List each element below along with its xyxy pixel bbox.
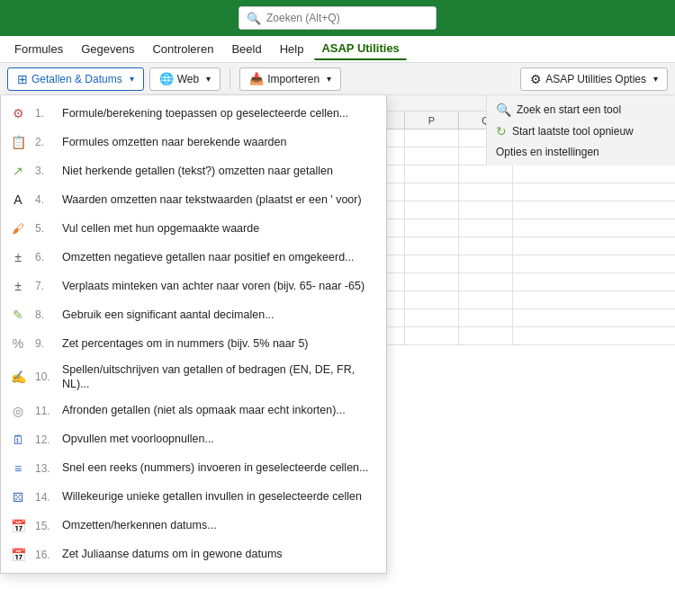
dropdown-item-icon-5: 🖌 xyxy=(8,219,28,238)
importeren-label: Importeren xyxy=(267,73,320,85)
menu-item-asap[interactable]: ASAP Utilities xyxy=(314,38,406,60)
dropdown-item-icon-8: ✎ xyxy=(8,305,28,325)
dropdown-item-14[interactable]: ⚄14.Willekeurige unieke getallen invulle… xyxy=(1,483,386,512)
cell[interactable] xyxy=(459,291,513,308)
dropdown-item-text-11: Afronden getallen (niet als opmaak maar … xyxy=(62,403,377,417)
right-panel: 🔍 Zoek en start een tool ↻ Start laatste… xyxy=(486,95,675,165)
dropdown-item-num-8: 8. xyxy=(35,308,55,321)
col-header-p: P xyxy=(405,112,459,129)
dropdown-item-num-12: 12. xyxy=(35,433,55,446)
top-bar: 🔍 xyxy=(0,0,675,36)
dropdown-item-text-14: Willekeurige unieke getallen invullen in… xyxy=(62,489,377,504)
dropdown-item-icon-9: % xyxy=(8,334,28,353)
dropdown-item-16[interactable]: 📅16.Zet Juliaanse datums om in gewone da… xyxy=(1,540,386,569)
dropdown-item-6[interactable]: ±6.Omzetten negatieve getallen naar posi… xyxy=(1,243,386,272)
dropdown-item-num-6: 6. xyxy=(35,251,55,263)
dropdown-item-10[interactable]: ✍10.Spellen/uitschrijven van getallen of… xyxy=(1,358,386,397)
cell[interactable] xyxy=(459,183,513,201)
search-box[interactable]: 🔍 xyxy=(238,6,436,30)
search-tool-icon: 🔍 xyxy=(496,103,511,117)
table-icon: ⊞ xyxy=(17,72,28,86)
cell[interactable] xyxy=(405,273,459,290)
dropdown-item-text-16: Zet Juliaanse datums om in gewone datums xyxy=(62,547,377,561)
cell[interactable] xyxy=(405,165,459,183)
cell[interactable] xyxy=(405,327,459,344)
menu-bar: Formules Gegevens Controleren Beeld Help… xyxy=(0,36,675,63)
start-tool-label: Start laatste tool opnieuw xyxy=(512,125,634,138)
cell[interactable] xyxy=(405,147,459,165)
dropdown-item-num-7: 7. xyxy=(35,280,55,292)
cell[interactable] xyxy=(405,219,459,237)
opties-button[interactable]: Opties en instellingen xyxy=(487,142,675,162)
dropdown-item-icon-14: ⚄ xyxy=(8,487,28,507)
cell[interactable] xyxy=(459,273,513,290)
getallen-datums-button[interactable]: ⊞ Getallen & Datums xyxy=(7,67,144,91)
dropdown-item-8[interactable]: ✎8.Gebruik een significant aantal decima… xyxy=(1,300,386,329)
menu-item-formules[interactable]: Formules xyxy=(7,39,70,59)
dropdown-item-icon-15: 📅 xyxy=(8,516,28,536)
dropdown-menu: ⚙1.Formule/berekening toepassen op gesel… xyxy=(0,95,387,574)
dropdown-item-12[interactable]: 🗓12.Opvullen met voorloopnullen... xyxy=(1,425,386,454)
menu-item-gegevens[interactable]: Gegevens xyxy=(74,39,141,59)
cell[interactable] xyxy=(405,255,459,272)
getallen-datums-label: Getallen & Datums xyxy=(32,73,122,85)
dropdown-item-5[interactable]: 🖌5.Vul cellen met hun opgemaakte waarde xyxy=(1,214,386,243)
opties-label: Opties en instellingen xyxy=(496,146,599,158)
menu-item-controleren[interactable]: Controleren xyxy=(145,39,220,59)
dropdown-item-icon-1: ⚙ xyxy=(8,103,28,123)
cell[interactable] xyxy=(459,219,513,237)
cell[interactable] xyxy=(405,309,459,326)
zoek-tool-label: Zoek en start een tool xyxy=(517,103,621,116)
search-input[interactable] xyxy=(266,12,428,24)
dropdown-item-num-13: 13. xyxy=(35,462,55,475)
start-tool-button[interactable]: ↻ Start laatste tool opnieuw xyxy=(487,121,675,142)
dropdown-item-num-9: 9. xyxy=(35,337,55,350)
dropdown-item-num-2: 2. xyxy=(35,136,55,148)
dropdown-item-15[interactable]: 📅15.Omzetten/herkennen datums... xyxy=(1,512,386,540)
cell[interactable] xyxy=(459,309,513,326)
toolbar-row: ⊞ Getallen & Datums 🌐 Web 📥 Importeren ⚙… xyxy=(0,63,675,95)
dropdown-item-icon-2: 📋 xyxy=(8,132,28,152)
asap-opties-button[interactable]: ⚙ ASAP Utilities Opties xyxy=(520,67,668,91)
web-button[interactable]: 🌐 Web xyxy=(149,67,220,91)
menu-item-help[interactable]: Help xyxy=(273,39,311,59)
dropdown-item-icon-12: 🗓 xyxy=(8,430,28,450)
dropdown-item-2[interactable]: 📋2.Formules omzetten naar berekende waar… xyxy=(1,128,386,156)
dropdown-item-num-3: 3. xyxy=(35,165,55,177)
dropdown-item-num-1: 1. xyxy=(35,107,55,120)
web-label: Web xyxy=(177,73,199,85)
dropdown-item-text-10: Spellen/uitschrijven van getallen of bed… xyxy=(62,362,377,392)
cell[interactable] xyxy=(459,327,513,344)
dropdown-item-3[interactable]: ↗3.Niet herkende getallen (tekst?) omzet… xyxy=(1,156,386,185)
dropdown-item-7[interactable]: ±7.Verplaats minteken van achter naar vo… xyxy=(1,272,386,300)
dropdown-item-icon-13: ≡ xyxy=(8,459,28,478)
dropdown-item-icon-6: ± xyxy=(8,247,28,267)
dropdown-item-text-13: Snel een reeks (nummers) invoeren in ges… xyxy=(62,460,377,475)
cell[interactable] xyxy=(405,183,459,201)
dropdown-item-text-4: Waarden omzetten naar tekstwaarden (plaa… xyxy=(62,192,377,207)
dropdown-item-num-16: 16. xyxy=(35,549,55,561)
dropdown-item-13[interactable]: ≡13.Snel een reeks (nummers) invoeren in… xyxy=(1,454,386,483)
cell[interactable] xyxy=(459,255,513,272)
cell[interactable] xyxy=(405,291,459,308)
dropdown-item-text-1: Formule/berekening toepassen op geselect… xyxy=(62,106,377,121)
dropdown-item-text-12: Opvullen met voorloopnullen... xyxy=(62,432,377,446)
dropdown-item-1[interactable]: ⚙1.Formule/berekening toepassen op gesel… xyxy=(1,99,386,128)
cell[interactable] xyxy=(405,237,459,254)
dropdown-item-text-7: Verplaats minteken van achter naar voren… xyxy=(62,279,377,293)
cell[interactable] xyxy=(459,237,513,254)
cell[interactable] xyxy=(459,165,513,183)
dropdown-item-4[interactable]: A4.Waarden omzetten naar tekstwaarden (p… xyxy=(1,185,386,214)
dropdown-item-icon-4: A xyxy=(8,190,28,210)
menu-item-beeld[interactable]: Beeld xyxy=(224,39,268,59)
dropdown-item-11[interactable]: ◎11.Afronden getallen (niet als opmaak m… xyxy=(1,397,386,425)
cell[interactable] xyxy=(405,129,459,147)
zoek-tool-button[interactable]: 🔍 Zoek en start een tool xyxy=(487,99,675,121)
cell[interactable] xyxy=(405,201,459,219)
cell[interactable] xyxy=(459,201,513,219)
dropdown-item-9[interactable]: %9.Zet percentages om in nummers (bijv. … xyxy=(1,329,386,358)
dropdown-item-icon-3: ↗ xyxy=(8,161,28,181)
importeren-button[interactable]: 📥 Importeren xyxy=(239,67,341,91)
dropdown-item-text-5: Vul cellen met hun opgemaakte waarde xyxy=(62,221,377,236)
import-icon: 📥 xyxy=(249,72,264,85)
